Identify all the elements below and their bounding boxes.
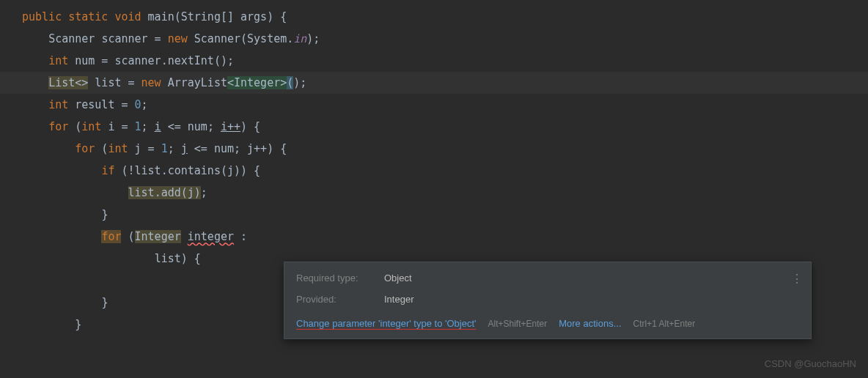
type-highlight: Integer (135, 230, 181, 243)
shortcut-1: Alt+Shift+Enter (488, 317, 548, 331)
keyword-static: static (68, 10, 108, 23)
required-value: Object (384, 271, 412, 286)
more-actions-link[interactable]: More actions... (559, 316, 621, 332)
more-options-icon[interactable]: ⋮ (791, 270, 802, 289)
generic-highlight: <Integer> (227, 76, 287, 89)
error-tooltip[interactable]: ⋮ Required type: Object Provided: Intege… (284, 262, 812, 339)
keyword-void: void (114, 10, 141, 23)
code-line-10: } (22, 204, 868, 226)
tooltip-required-row: Required type: Object (296, 271, 799, 286)
code-line-3: int num = scanner.nextInt(); (22, 50, 868, 72)
code-line-4: List<> list = new ArrayList<Integer>(); (0, 72, 868, 94)
code-line-8: if (!list.contains(j)) { (22, 160, 868, 182)
shortcut-2: Ctrl+1 Alt+Enter (633, 317, 696, 331)
fix-action-link[interactable]: Change parameter 'integer' type to 'Obje… (296, 316, 477, 332)
code-line-5: int result = 0; (22, 94, 868, 116)
tooltip-provided-row: Provided: Integer (296, 292, 799, 308)
tooltip-actions: Change parameter 'integer' type to 'Obje… (296, 316, 799, 332)
code-line-9: list.add(j); (22, 182, 868, 204)
code-line-1: public static void main(String[] args) { (22, 6, 868, 28)
error-highlight: List<> (48, 76, 88, 89)
keyword-public: public (22, 10, 62, 23)
code-line-11: for (Integer integer : (22, 226, 868, 248)
provided-value: Integer (384, 292, 413, 308)
code-line-2: Scanner scanner = new Scanner(System.in)… (22, 28, 868, 50)
watermark: CSDN @GuochaoHN (765, 357, 856, 372)
code-line-7: for (int j = 1; j <= num; j++) { (22, 138, 868, 160)
code-line-6: for (int i = 1; i <= num; i++) { (22, 116, 868, 138)
keyword-for-highlight: for (101, 230, 121, 243)
required-label: Required type: (296, 271, 384, 286)
method-main: main (148, 10, 174, 23)
error-var: integer (188, 230, 234, 243)
provided-label: Provided: (296, 292, 384, 308)
warning-highlight: list.add(j) (128, 186, 201, 199)
